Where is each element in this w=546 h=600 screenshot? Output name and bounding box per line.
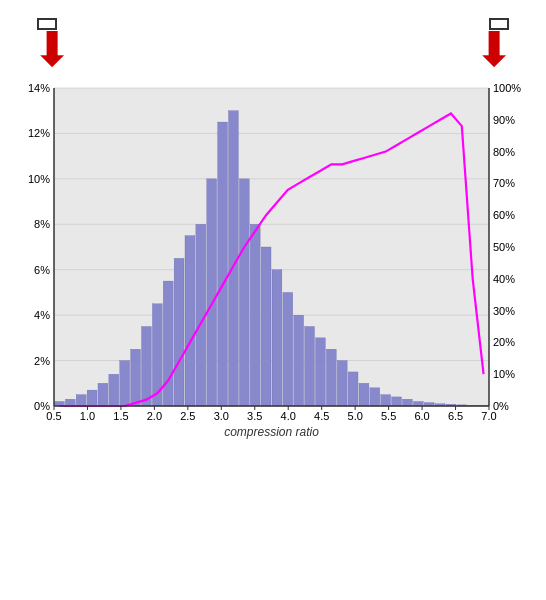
left-label-group: ⬇ [22, 18, 72, 74]
left-arrow-icon: ⬇ [32, 26, 72, 74]
right-arrow-icon: ⬇ [474, 26, 514, 74]
chart-canvas [12, 78, 534, 448]
right-label-group: ⬇ [474, 18, 524, 74]
labels-row: ⬇ ⬇ [12, 18, 534, 74]
chart-area [12, 78, 534, 592]
main-container: ⬇ ⬇ [0, 0, 546, 600]
